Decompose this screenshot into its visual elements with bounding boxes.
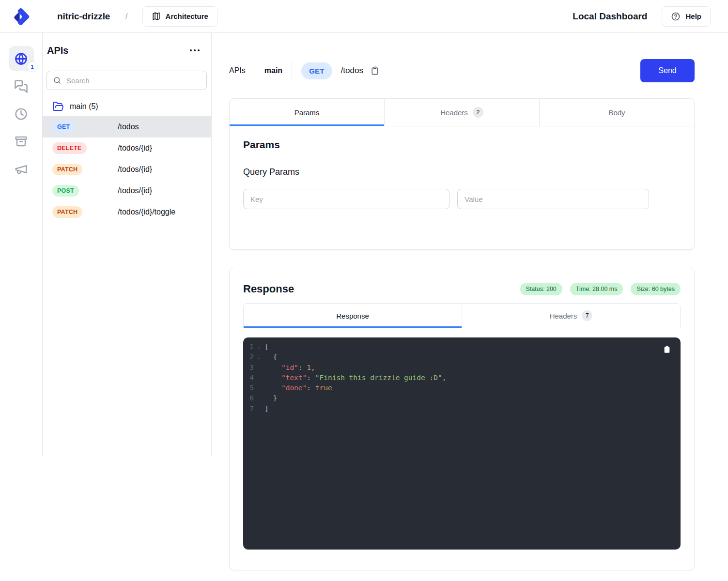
endpoint-row-post-todo[interactable]: POST /todos/{id} <box>43 180 211 201</box>
endpoint-list: GET /todos DELETE /todos/{id} PATCH /tod… <box>43 116 211 223</box>
globe-icon <box>14 52 28 66</box>
endpoint-row-patch-todo[interactable]: PATCH /todos/{id} <box>43 159 211 180</box>
main-content: APIs main GET /todos Send Params <box>212 33 728 580</box>
request-card: Params Headers 2 Body Params Query Param… <box>229 98 695 250</box>
copy-path-icon[interactable] <box>370 66 380 76</box>
breadcrumb-group: main <box>264 66 282 75</box>
breadcrumb-separator: / <box>125 12 127 21</box>
search-box[interactable] <box>46 71 207 90</box>
nitric-logo[interactable] <box>0 7 43 26</box>
tab-response-headers[interactable]: Headers 7 <box>462 304 680 328</box>
nitric-logo-icon <box>12 7 31 26</box>
breadcrumb-apis: APIs <box>229 66 246 75</box>
help-label: Help <box>685 12 701 20</box>
apis-panel: APIs main (5) GET /todos <box>43 33 212 457</box>
code-line: 2 ⌄ { <box>243 352 681 362</box>
response-json-editor[interactable]: 1 ⌄ [ 2 ⌄ { 3 "id": 1, 4 <box>243 337 681 550</box>
ellipsis-menu-icon[interactable] <box>188 47 201 53</box>
tab-headers[interactable]: Headers 2 <box>385 99 540 126</box>
code-line: 1 ⌄ [ <box>243 342 681 352</box>
bucket-icon <box>14 135 28 149</box>
code-line: 7 ] <box>243 404 681 414</box>
map-icon <box>152 12 161 21</box>
query-params-title: Query Params <box>243 167 681 177</box>
sidebar-item-websockets[interactable] <box>9 74 34 99</box>
query-key-input[interactable] <box>243 189 449 209</box>
code-line: 5 "done": true <box>243 383 681 393</box>
tab-params[interactable]: Params <box>230 99 385 126</box>
folder-open-icon <box>52 101 64 112</box>
response-headers-count-badge: 7 <box>582 310 592 321</box>
endpoint-row-get-todos[interactable]: GET /todos <box>43 116 211 138</box>
method-badge: DELETE <box>52 142 87 154</box>
tab-body[interactable]: Body <box>540 99 694 126</box>
breadcrumb: APIs main GET /todos <box>229 60 380 81</box>
code-line: 4 "text": "Finish this drizzle guide :D"… <box>243 373 681 383</box>
method-badge-large: GET <box>301 62 332 79</box>
question-circle-icon <box>671 12 681 21</box>
top-bar: nitric-drizzle / Architecture Local Dash… <box>0 0 728 33</box>
divider <box>255 60 255 81</box>
endpoint-path: /todos/{id} <box>118 186 152 195</box>
sidebar-item-topics[interactable] <box>9 156 34 182</box>
sidebar-item-storage[interactable] <box>9 129 34 154</box>
method-badge: PATCH <box>52 164 82 175</box>
sidebar-item-schedules[interactable] <box>9 101 34 126</box>
left-sidebar: 1 <box>0 33 212 457</box>
endpoint-row-delete-todo[interactable]: DELETE /todos/{id} <box>43 138 211 159</box>
search-input[interactable] <box>66 76 201 85</box>
megaphone-icon <box>14 162 28 176</box>
request-tabbar: Params Headers 2 Body <box>230 99 694 126</box>
endpoint-path: /todos/{id} <box>118 165 152 174</box>
response-tabbar: Response Headers 7 <box>243 303 681 328</box>
send-button[interactable]: Send <box>640 59 695 82</box>
endpoint-path: /todos/{id} <box>118 144 152 153</box>
endpoint-path: /todos <box>118 122 139 131</box>
tab-response-body[interactable]: Response <box>244 304 462 328</box>
size-badge: Size: 60 bytes <box>631 283 681 295</box>
fold-chevron-icon[interactable]: ⌄ <box>254 352 264 362</box>
icon-rail: 1 <box>0 33 43 457</box>
params-title: Params <box>243 139 681 151</box>
clock-icon <box>14 107 28 121</box>
request-path: /todos <box>341 66 363 76</box>
architecture-button[interactable]: Architecture <box>142 6 217 27</box>
response-title: Response <box>243 283 294 295</box>
project-name: nitric-drizzle <box>57 11 110 22</box>
api-count-badge: 1 <box>27 61 38 72</box>
copy-response-icon[interactable] <box>663 345 671 354</box>
endpoint-path: /todos/{id}/toggle <box>118 208 175 216</box>
page-title: Local Dashboard <box>573 11 647 22</box>
help-button[interactable]: Help <box>662 6 711 27</box>
query-value-input[interactable] <box>457 189 649 209</box>
architecture-label: Architecture <box>166 12 208 20</box>
api-group-folder[interactable]: main (5) <box>52 99 207 114</box>
apis-panel-title: APIs <box>47 45 68 56</box>
fold-chevron-icon[interactable]: ⌄ <box>254 342 264 352</box>
method-badge: GET <box>52 121 75 133</box>
method-badge: POST <box>52 185 79 197</box>
chat-icon <box>14 79 28 93</box>
code-line: 3 "id": 1, <box>243 363 681 373</box>
method-badge: PATCH <box>52 206 82 218</box>
divider <box>292 60 292 81</box>
headers-count-badge: 2 <box>473 107 483 118</box>
response-card: Response Status: 200 Time: 28.00 ms Size… <box>229 268 695 570</box>
time-badge: Time: 28.00 ms <box>570 283 623 295</box>
code-line: 6 } <box>243 393 681 403</box>
endpoint-row-patch-toggle[interactable]: PATCH /todos/{id}/toggle <box>43 201 211 223</box>
sidebar-item-apis[interactable]: 1 <box>9 46 34 71</box>
api-group-label: main (5) <box>70 102 98 111</box>
search-icon <box>53 76 62 85</box>
status-badge: Status: 200 <box>520 283 562 295</box>
